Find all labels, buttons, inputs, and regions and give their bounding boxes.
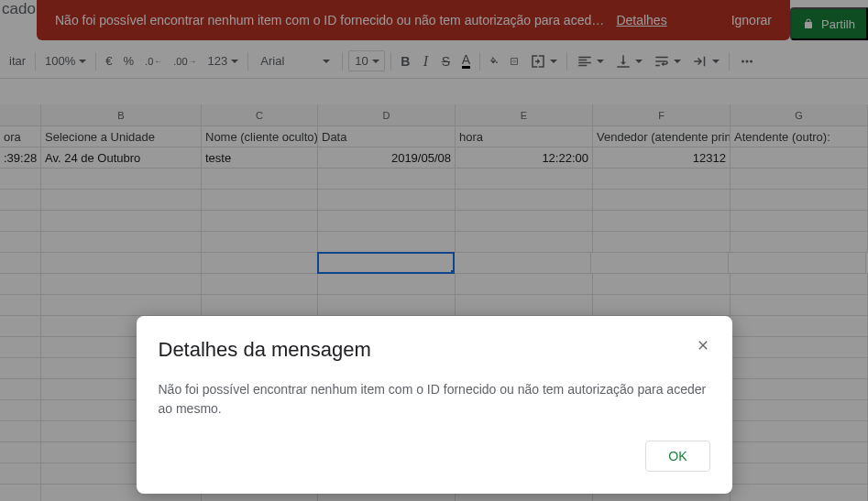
close-button[interactable]: [692, 334, 714, 356]
close-icon: [696, 338, 710, 353]
message-details-dialog: Detalhes da mensagem Não foi possível en…: [137, 316, 732, 494]
ok-button[interactable]: OK: [645, 441, 709, 472]
dialog-title: Detalhes da mensagem: [159, 338, 710, 362]
dialog-body: Não foi possível encontrar nenhum item c…: [159, 380, 710, 419]
